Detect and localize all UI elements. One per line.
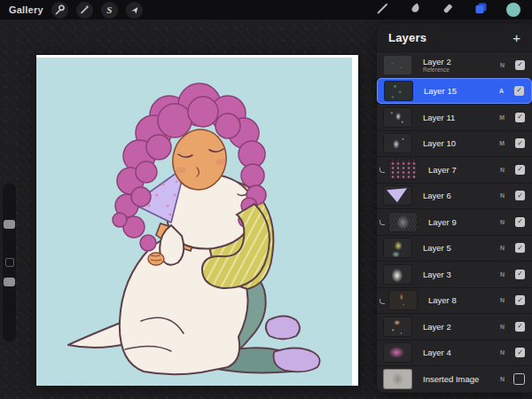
- brush-button[interactable]: [374, 2, 390, 18]
- layer-name: Layer 4: [423, 348, 451, 357]
- layer-thumbnail[interactable]: [388, 212, 418, 232]
- eraser-icon: [442, 2, 454, 18]
- layer-thumbnail[interactable]: [384, 81, 413, 101]
- blend-mode-button[interactable]: N: [500, 219, 505, 225]
- layer-row[interactable]: Layer 7 N: [377, 156, 532, 183]
- layer-row[interactable]: Layer 5 N: [377, 235, 532, 262]
- blend-mode-button[interactable]: N: [500, 271, 505, 278]
- adjustments-button[interactable]: [76, 2, 93, 19]
- modify-button[interactable]: [5, 258, 14, 267]
- layer-name: Layer 3: [423, 270, 451, 279]
- visibility-checkbox[interactable]: [515, 217, 525, 227]
- drawing-canvas[interactable]: [36, 55, 358, 386]
- layer-subtitle: Reference: [423, 66, 451, 74]
- visibility-checkbox[interactable]: [515, 243, 525, 253]
- visibility-checkbox[interactable]: [515, 138, 525, 148]
- layer-text: Layer 11: [423, 113, 455, 122]
- layer-row[interactable]: Layer 3 N: [377, 261, 532, 287]
- layer-row[interactable]: Layer 6 N: [377, 183, 532, 209]
- brush-opacity-slider[interactable]: [4, 278, 15, 286]
- layer-text: Layer 3: [423, 270, 451, 279]
- artwork-woman-hugging-dog: [36, 55, 358, 386]
- visibility-checkbox[interactable]: [515, 295, 525, 305]
- layer-thumbnail[interactable]: [383, 342, 412, 363]
- layer-text: Layer 4: [423, 348, 451, 357]
- gallery-button[interactable]: Gallery: [9, 4, 43, 15]
- layers-panel-title: Layers: [388, 31, 426, 44]
- layer-name: Layer 2: [423, 322, 451, 332]
- clipping-mask-arrow-icon: [379, 299, 385, 304]
- layer-text: Layer 9: [428, 217, 457, 227]
- layer-name: Layer 5: [423, 243, 451, 253]
- layer-row[interactable]: Layer 2 N: [377, 313, 532, 340]
- selection-icon: S: [106, 5, 112, 15]
- actions-button[interactable]: [51, 2, 68, 19]
- visibility-checkbox[interactable]: [513, 373, 525, 385]
- transform-arrow-icon: [129, 5, 139, 15]
- layer-name: Layer 9: [428, 217, 457, 227]
- layer-thumbnail[interactable]: [383, 238, 412, 258]
- layer-thumbnail[interactable]: [383, 185, 412, 206]
- layers-button[interactable]: [473, 2, 489, 18]
- wrench-icon: [54, 4, 65, 15]
- layer-text: Layer 6: [423, 191, 451, 200]
- color-button[interactable]: [505, 2, 521, 18]
- layer-row[interactable]: Layer 10 M: [377, 130, 532, 157]
- visibility-checkbox[interactable]: [515, 322, 525, 332]
- visibility-checkbox[interactable]: [515, 348, 525, 357]
- layer-thumbnail[interactable]: [383, 264, 412, 285]
- blend-mode-button[interactable]: N: [500, 245, 505, 251]
- layers-icon: [473, 1, 488, 19]
- layer-row[interactable]: Layer 11 M: [377, 104, 532, 130]
- layer-row[interactable]: Inserted Image N: [377, 365, 532, 392]
- transform-button[interactable]: [126, 2, 143, 19]
- blend-mode-button[interactable]: M: [499, 140, 505, 146]
- blend-mode-button[interactable]: N: [500, 324, 505, 330]
- blend-mode-button[interactable]: N: [500, 62, 505, 68]
- layer-text: Layer 15: [424, 86, 457, 96]
- blend-mode-button[interactable]: N: [500, 192, 505, 199]
- eraser-button[interactable]: [440, 2, 456, 18]
- brush-icon: [376, 2, 389, 19]
- visibility-checkbox[interactable]: [515, 270, 525, 279]
- layer-text: Layer 5: [423, 243, 451, 253]
- visibility-checkbox[interactable]: [515, 191, 525, 200]
- layer-thumbnail[interactable]: [388, 290, 418, 310]
- active-color-swatch: [506, 3, 520, 17]
- layer-thumbnail[interactable]: [383, 107, 412, 128]
- layer-thumbnail[interactable]: [383, 317, 412, 337]
- visibility-checkbox[interactable]: [515, 60, 525, 70]
- visibility-checkbox[interactable]: [515, 113, 525, 122]
- layer-name: Layer 6: [423, 191, 451, 200]
- layer-text: Layer 2: [423, 322, 451, 332]
- layer-row[interactable]: Layer 8 N: [377, 287, 532, 314]
- layer-row[interactable]: Layer 9 N: [377, 208, 532, 235]
- layer-text: Layer 10: [423, 138, 456, 148]
- layer-name: Layer 2: [423, 57, 451, 66]
- add-layer-button[interactable]: +: [512, 31, 520, 44]
- layer-thumbnail[interactable]: [383, 133, 412, 153]
- smudge-button[interactable]: [407, 2, 423, 18]
- blend-mode-button[interactable]: N: [500, 349, 505, 356]
- layer-thumbnail[interactable]: [383, 55, 412, 75]
- brush-size-slider[interactable]: [4, 220, 15, 229]
- blend-mode-button[interactable]: A: [499, 88, 504, 94]
- blend-mode-button[interactable]: N: [500, 376, 505, 382]
- selection-button[interactable]: S: [101, 2, 118, 19]
- layer-name: Layer 11: [423, 113, 455, 122]
- visibility-checkbox[interactable]: [515, 165, 525, 175]
- layer-name: Layer 15: [424, 86, 457, 96]
- clipping-mask-arrow-icon: [379, 220, 385, 225]
- layer-row[interactable]: Layer 2 Reference N: [377, 51, 532, 78]
- clipping-mask-arrow-icon: [379, 168, 385, 173]
- layer-row[interactable]: Layer 4 N: [377, 340, 532, 366]
- visibility-checkbox[interactable]: [514, 86, 524, 96]
- blend-mode-button[interactable]: N: [500, 167, 505, 173]
- layer-thumbnail[interactable]: [383, 369, 412, 389]
- layer-row[interactable]: Layer 15 A: [377, 78, 532, 105]
- top-toolbar: Gallery S: [0, 0, 532, 20]
- layer-text: Layer 8: [428, 295, 457, 305]
- blend-mode-button[interactable]: M: [499, 114, 505, 121]
- blend-mode-button[interactable]: N: [500, 297, 505, 303]
- layer-thumbnail[interactable]: [388, 160, 418, 180]
